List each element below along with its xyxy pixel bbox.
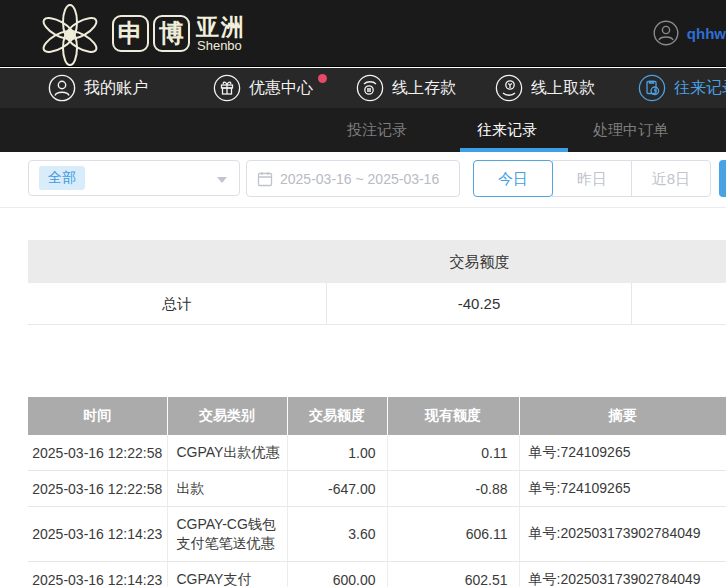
cell-time: 2025-03-16 12:14:23 <box>28 562 167 587</box>
cell-amount: -647.00 <box>287 471 387 507</box>
promo-notification-dot <box>318 74 327 83</box>
col-header-type: 交易类别 <box>167 397 287 435</box>
nav-label: 优惠中心 <box>249 78 313 99</box>
col-header-summary: 摘要 <box>519 397 726 435</box>
filter-divider <box>0 207 726 208</box>
tab-betting-records[interactable]: 投注记录 <box>347 108 407 152</box>
main-nav: 我的账户 优惠中心 线上存款 <box>0 68 726 108</box>
nav-label: 往来记录 <box>674 78 726 99</box>
tab-processing-orders[interactable]: 处理中订单 <box>593 108 668 152</box>
cell-balance: 602.51 <box>387 562 519 587</box>
top-bar: 申 博 亚洲 Shenbo qhhw <box>0 0 726 67</box>
user-icon <box>48 74 76 102</box>
cell-amount: 3.60 <box>287 507 387 562</box>
summary-total-row: 总计 -40.25 <box>28 283 726 325</box>
summary-header-label: 交易额度 <box>327 240 632 283</box>
tab-transaction-records[interactable]: 往来记录 <box>477 108 537 152</box>
cell-summary: 单号:724109265 <box>519 471 726 507</box>
date-range-picker[interactable]: 2025-03-16 ~ 2025-03-16 <box>246 160 460 197</box>
summary-table: 交易额度 总计 -40.25 <box>28 240 726 325</box>
cell-time: 2025-03-16 12:14:23 <box>28 507 167 562</box>
table-row: 2025-03-16 12:22:58 CGPAY出款优惠 1.00 0.11 … <box>28 435 726 471</box>
username-label[interactable]: qhhw <box>687 25 726 42</box>
chevron-down-icon <box>217 177 227 183</box>
transactions-table: 时间 交易类别 交易额度 现有额度 摘要 2025-03-16 12:22:58… <box>28 397 726 587</box>
date-range-value: 2025-03-16 ~ 2025-03-16 <box>280 171 439 187</box>
user-account-link[interactable]: qhhw <box>653 20 726 46</box>
cell-summary: 单号:202503173902784049 <box>519 562 726 587</box>
cell-type: CGPAY支付 <box>167 562 287 587</box>
nav-item-withdraw[interactable]: 线上取款 <box>495 68 595 108</box>
logo-char-bo: 博 <box>153 15 190 52</box>
cell-amount: 1.00 <box>287 435 387 471</box>
col-header-amount: 交易额度 <box>287 397 387 435</box>
cell-balance: 606.11 <box>387 507 519 562</box>
nav-label: 线上存款 <box>392 78 456 99</box>
table-row: 2025-03-16 12:22:58 出款 -647.00 -0.88 单号:… <box>28 471 726 507</box>
nav-label: 我的账户 <box>84 78 148 99</box>
deposit-icon <box>356 74 384 102</box>
summary-total-label: 总计 <box>28 283 327 324</box>
cell-type: 出款 <box>167 471 287 507</box>
avatar-icon <box>653 20 679 46</box>
cell-amount: 600.00 <box>287 562 387 587</box>
table-row: 2025-03-16 12:14:23 CGPAY支付 600.00 602.5… <box>28 562 726 587</box>
gift-icon <box>213 74 241 102</box>
active-tab-underline <box>460 148 568 152</box>
nav-item-deposit[interactable]: 线上存款 <box>356 68 456 108</box>
yesterday-button[interactable]: 昨日 <box>552 160 632 197</box>
cell-type: CGPAY出款优惠 <box>167 435 287 471</box>
col-header-time: 时间 <box>28 397 167 435</box>
sub-nav: 投注记录 往来记录 处理中订单 <box>0 108 726 152</box>
type-select[interactable]: 全部 <box>28 160 240 196</box>
transaction-records-page: 申 博 亚洲 Shenbo qhhw 我的账户 <box>0 0 726 587</box>
type-select-value[interactable]: 全部 <box>39 166 85 190</box>
col-header-balance: 现有额度 <box>387 397 519 435</box>
calendar-icon <box>257 171 273 187</box>
search-button[interactable] <box>719 160 726 197</box>
lotus-logo-icon <box>38 2 102 66</box>
logo-char-shen: 申 <box>112 15 149 52</box>
cell-balance: -0.88 <box>387 471 519 507</box>
table-row: 2025-03-16 12:14:23 CGPAY-CG钱包支付笔笔送优惠 3.… <box>28 507 726 562</box>
nav-item-records[interactable]: 往来记录 <box>638 68 726 108</box>
cell-summary: 单号:202503173902784049 <box>519 507 726 562</box>
last8days-button[interactable]: 近8日 <box>631 160 711 197</box>
table-header-row: 时间 交易类别 交易额度 现有额度 摘要 <box>28 397 726 435</box>
logo-brand-text: Shenbo <box>197 38 242 53</box>
cell-time: 2025-03-16 12:22:58 <box>28 435 167 471</box>
quick-date-button-group: 今日 昨日 近8日 <box>473 160 711 197</box>
records-icon <box>638 74 666 102</box>
nav-item-promotions[interactable]: 优惠中心 <box>213 68 313 108</box>
nav-item-my-account[interactable]: 我的账户 <box>48 68 148 108</box>
cell-time: 2025-03-16 12:22:58 <box>28 471 167 507</box>
summary-empty-cell <box>632 283 726 324</box>
summary-total-value: -40.25 <box>327 283 632 324</box>
summary-header-row: 交易额度 <box>28 240 726 283</box>
today-button[interactable]: 今日 <box>473 160 553 197</box>
withdraw-icon <box>495 74 523 102</box>
cell-type: CGPAY-CG钱包支付笔笔送优惠 <box>167 507 287 562</box>
nav-label: 线上取款 <box>531 78 595 99</box>
cell-summary: 单号:724109265 <box>519 435 726 471</box>
cell-balance: 0.11 <box>387 435 519 471</box>
